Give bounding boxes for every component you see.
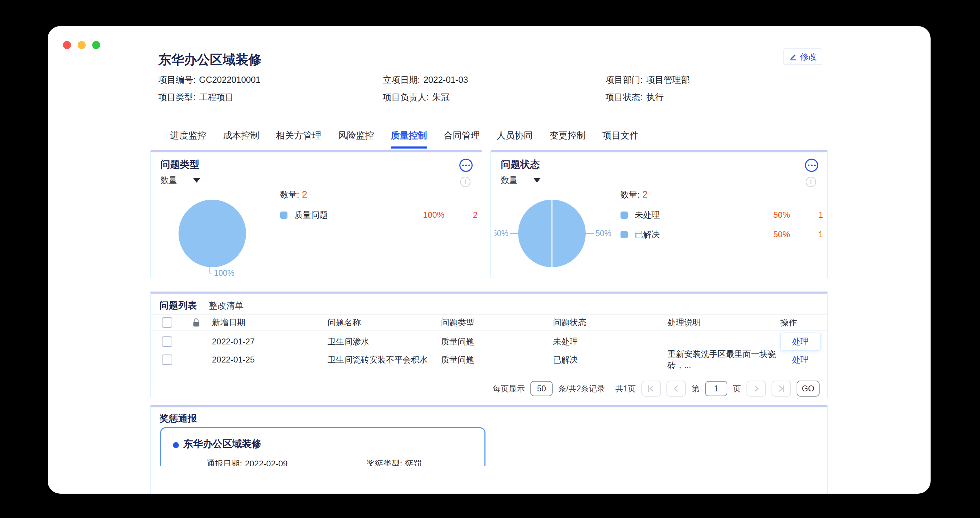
field-project-code: 项目编号:GC2022010001 xyxy=(158,74,383,86)
field-owner: 项目负责人:朱冠 xyxy=(383,92,606,103)
edit-button-label: 修改 xyxy=(800,51,817,62)
issue-list-card: 问题列表 整改清单 新增日期 问题名称 问题类型 问题状态 处理说明 xyxy=(150,292,828,398)
reward-punishment-section: 奖惩通报 东华办公区域装修 通报日期:2022-02-09 奖惩类型:惩罚 xyxy=(150,405,828,494)
legend-item[interactable]: 未处理 50% 1 xyxy=(620,210,823,220)
metric-selector[interactable]: 数量 xyxy=(501,175,541,186)
cell-note: 重新安装洗手区最里面一块瓷砖，... xyxy=(668,349,778,371)
row-checkbox[interactable] xyxy=(162,354,172,365)
tab-rectification-list[interactable]: 整改清单 xyxy=(209,300,243,311)
cell-date: 2022-01-27 xyxy=(206,337,328,346)
zoom-window-button[interactable] xyxy=(92,41,100,49)
tab-change[interactable]: 变更控制 xyxy=(549,129,586,149)
page-number-input[interactable]: 1 xyxy=(705,381,727,396)
handle-link[interactable]: 处理 xyxy=(780,355,809,364)
tab-collaboration[interactable]: 人员协同 xyxy=(496,129,533,149)
legend-item[interactable]: 质量问题 100% 2 xyxy=(280,210,477,220)
field-label: 项目部门: xyxy=(606,75,643,84)
tab-quality-active[interactable]: 质量控制 xyxy=(391,129,427,149)
column-header: 新增日期 xyxy=(206,317,328,328)
column-header: 问题状态 xyxy=(553,317,668,328)
last-page-icon xyxy=(778,385,785,393)
app-window: 东华办公区域装修 修改 项目编号:GC2022010001 立项日期:2022-… xyxy=(48,26,931,494)
per-page-label: 每页显示 xyxy=(493,383,525,394)
lock-icon xyxy=(192,318,201,327)
metric-selector[interactable]: 数量 xyxy=(161,175,200,186)
select-all-checkbox[interactable] xyxy=(162,317,172,328)
info-icon[interactable] xyxy=(806,177,816,187)
field-value: GC2022010001 xyxy=(199,75,261,84)
info-icon[interactable] xyxy=(460,177,471,187)
field-label: 项目状态: xyxy=(606,92,643,102)
row-checkbox[interactable] xyxy=(162,337,172,347)
cell-status: 已解决 xyxy=(553,354,668,365)
more-options-icon[interactable] xyxy=(805,159,818,172)
chevron-down-icon xyxy=(533,178,541,183)
field-value: 项目管理部 xyxy=(646,75,690,84)
pie-point-label: 100% xyxy=(214,269,235,278)
previous-page-button[interactable] xyxy=(667,381,686,397)
tab-issue-list[interactable]: 问题列表 xyxy=(159,299,197,312)
notice-card-title: 东华办公区域装修 xyxy=(183,437,261,451)
cell-name: 卫生间渗水 xyxy=(328,336,441,347)
page-title: 东华办公区域装修 xyxy=(158,51,261,68)
legend-label: 已解决 xyxy=(635,229,741,240)
handle-link[interactable]: 处理 xyxy=(792,336,809,347)
module-tabs: 进度监控 成本控制 相关方管理 风险监控 质量控制 合同管理 人员协同 变更控制… xyxy=(170,129,639,149)
tab-stakeholder[interactable]: 相关方管理 xyxy=(276,129,321,149)
pie-slice[interactable] xyxy=(178,200,246,267)
legend-swatch xyxy=(280,211,288,219)
first-page-icon xyxy=(647,385,655,393)
cell-action: 处理 xyxy=(778,332,827,351)
issue-list-tabs: 问题列表 整改清单 xyxy=(159,299,243,312)
field-start-date: 立项日期:2022-01-03 xyxy=(383,74,606,86)
field-department: 项目部门:项目管理部 xyxy=(606,74,690,86)
minimize-window-button[interactable] xyxy=(78,41,86,49)
chevron-right-icon xyxy=(752,385,760,393)
table-row: 2022-01-27 卫生间渗水 质量问题 未处理 处理 xyxy=(151,332,827,351)
field-label: 立项日期: xyxy=(383,75,420,84)
more-options-icon[interactable] xyxy=(460,159,473,172)
field-label: 通报日期: xyxy=(206,459,242,466)
issue-type-chart-card: 问题类型 数量 100% 数量:2 xyxy=(150,150,482,278)
legend-value: 2 xyxy=(444,210,477,220)
tab-contract[interactable]: 合同管理 xyxy=(444,129,480,149)
legend-percent: 100% xyxy=(396,210,444,220)
pagination-bar: 每页显示 50 条/共2条记录 共1页 第 1 页 xyxy=(493,381,819,397)
cell-type: 质量问题 xyxy=(441,336,553,347)
total-pages-label: 共1页 xyxy=(615,383,636,394)
next-page-button[interactable] xyxy=(746,381,766,397)
last-page-button[interactable] xyxy=(772,381,791,397)
legend-total-value: 2 xyxy=(302,189,307,200)
project-fields: 项目编号:GC2022010001 立项日期:2022-01-03 项目部门:项… xyxy=(158,74,690,103)
tab-cost[interactable]: 成本控制 xyxy=(223,129,259,149)
column-header: 处理说明 xyxy=(668,317,778,328)
legend-percent: 50% xyxy=(741,230,790,239)
window-controls xyxy=(63,41,100,49)
table-header-row: 新增日期 问题名称 问题类型 问题状态 处理说明 操作 xyxy=(151,315,827,331)
close-window-button[interactable] xyxy=(63,41,71,49)
per-page-input[interactable]: 50 xyxy=(530,381,553,396)
legend-swatch xyxy=(620,231,628,238)
legend-item[interactable]: 已解决 50% 1 xyxy=(620,230,823,239)
field-status: 项目状态:执行 xyxy=(606,92,690,103)
tab-progress[interactable]: 进度监控 xyxy=(170,129,206,149)
notice-card[interactable]: 东华办公区域装修 通报日期:2022-02-09 奖惩类型:惩罚 xyxy=(160,427,485,466)
legend-total: 数量:2 xyxy=(280,189,477,200)
tab-risk[interactable]: 风险监控 xyxy=(338,129,374,149)
edit-button[interactable]: 修改 xyxy=(783,48,822,65)
page-content: 东华办公区域装修 修改 项目编号:GC2022010001 立项日期:2022-… xyxy=(150,26,828,494)
issue-status-pie-chart: 50% 50% xyxy=(495,186,613,278)
column-header: 问题名称 xyxy=(328,317,441,328)
go-button[interactable]: GO xyxy=(797,381,819,397)
notice-type-field: 奖惩类型:惩罚 xyxy=(366,458,422,466)
chevron-left-icon xyxy=(672,385,680,393)
pencil-icon xyxy=(789,52,797,61)
first-page-button[interactable] xyxy=(641,381,661,397)
jump-suffix-label: 页 xyxy=(733,383,741,394)
issue-status-chart-card: 问题状态 数量 50% 50% 数量:2 xyxy=(490,150,828,278)
pie-point-label: 50% xyxy=(495,229,508,238)
legend-value: 1 xyxy=(790,210,823,220)
field-value: 工程项目 xyxy=(199,92,234,102)
tab-files[interactable]: 项目文件 xyxy=(602,129,639,149)
field-value: 惩罚 xyxy=(405,459,422,466)
